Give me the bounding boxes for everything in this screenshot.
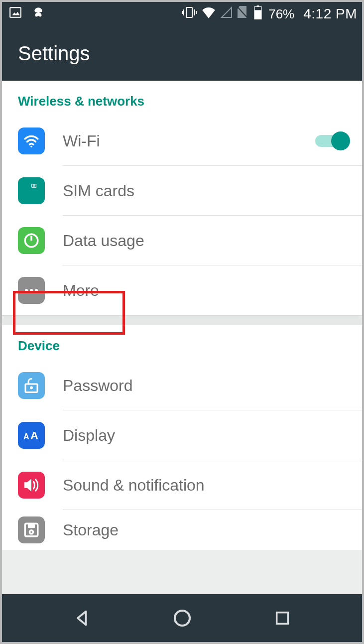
wifi-toggle[interactable] bbox=[315, 131, 350, 151]
svg-rect-13 bbox=[32, 184, 33, 187]
row-label: Display bbox=[63, 426, 350, 445]
svg-rect-2 bbox=[186, 7, 192, 17]
clock: 4:12 PM bbox=[303, 6, 357, 22]
app-bar: Settings bbox=[2, 26, 362, 81]
row-label: More bbox=[63, 281, 350, 300]
wifi-icon bbox=[18, 128, 45, 154]
content-area: Wireless & networks Wi-Fi SIM cards bbox=[2, 81, 362, 594]
svg-rect-10 bbox=[254, 10, 261, 19]
row-storage[interactable]: Storage bbox=[2, 510, 362, 550]
svg-point-21 bbox=[35, 289, 38, 292]
more-icon bbox=[18, 277, 45, 304]
row-label: Sound & notification bbox=[63, 476, 350, 495]
row-label: Storage bbox=[63, 521, 350, 539]
svg-rect-0 bbox=[10, 7, 21, 17]
butterfly-icon bbox=[32, 6, 45, 22]
row-password[interactable]: Password bbox=[2, 361, 362, 410]
device-section: Device Password AA Display Sound & bbox=[2, 325, 362, 550]
row-label: Password bbox=[63, 377, 350, 395]
svg-point-19 bbox=[25, 289, 28, 292]
svg-point-31 bbox=[29, 530, 33, 534]
svg-text:A: A bbox=[30, 429, 38, 442]
svg-point-32 bbox=[175, 611, 190, 626]
svg-rect-30 bbox=[32, 524, 33, 527]
sound-icon bbox=[18, 472, 45, 499]
back-button[interactable] bbox=[67, 603, 97, 633]
svg-text:A: A bbox=[23, 432, 29, 441]
svg-rect-15 bbox=[35, 184, 36, 187]
wireless-section: Wireless & networks Wi-Fi SIM cards bbox=[2, 81, 362, 315]
status-bar: 76% 4:12 PM bbox=[2, 2, 362, 26]
svg-rect-14 bbox=[33, 184, 34, 187]
section-header-wireless: Wireless & networks bbox=[2, 81, 362, 116]
home-button[interactable] bbox=[167, 603, 197, 633]
svg-point-11 bbox=[30, 146, 32, 147]
picture-icon bbox=[9, 6, 22, 22]
recent-apps-button[interactable] bbox=[267, 603, 297, 633]
navigation-bar bbox=[2, 594, 362, 642]
row-label: Data usage bbox=[63, 232, 350, 250]
section-header-device: Device bbox=[2, 325, 362, 361]
row-display[interactable]: AA Display bbox=[2, 410, 362, 460]
svg-marker-1 bbox=[12, 11, 20, 14]
vibrate-icon bbox=[182, 6, 197, 22]
svg-point-20 bbox=[30, 289, 33, 292]
section-gap bbox=[2, 315, 362, 325]
svg-rect-33 bbox=[276, 613, 288, 624]
svg-rect-18 bbox=[30, 234, 32, 235]
no-sim-icon bbox=[238, 6, 248, 22]
row-data-usage[interactable]: Data usage bbox=[2, 216, 362, 265]
row-more[interactable]: More bbox=[2, 265, 362, 315]
sim-icon bbox=[18, 177, 45, 204]
row-label: SIM cards bbox=[63, 182, 350, 200]
svg-point-23 bbox=[31, 387, 32, 388]
wifi-icon bbox=[202, 6, 216, 22]
row-sim-cards[interactable]: SIM cards bbox=[2, 166, 362, 216]
battery-percent: 76% bbox=[268, 6, 294, 22]
signal-icon bbox=[221, 6, 233, 22]
row-sound[interactable]: Sound & notification bbox=[2, 460, 362, 510]
display-icon: AA bbox=[18, 422, 45, 449]
battery-icon bbox=[253, 5, 262, 23]
data-usage-icon bbox=[18, 227, 45, 254]
row-label: Wi-Fi bbox=[63, 132, 315, 150]
password-icon bbox=[18, 372, 45, 399]
page-title: Settings bbox=[18, 42, 90, 65]
storage-icon bbox=[18, 516, 45, 543]
row-wifi[interactable]: Wi-Fi bbox=[2, 116, 362, 166]
